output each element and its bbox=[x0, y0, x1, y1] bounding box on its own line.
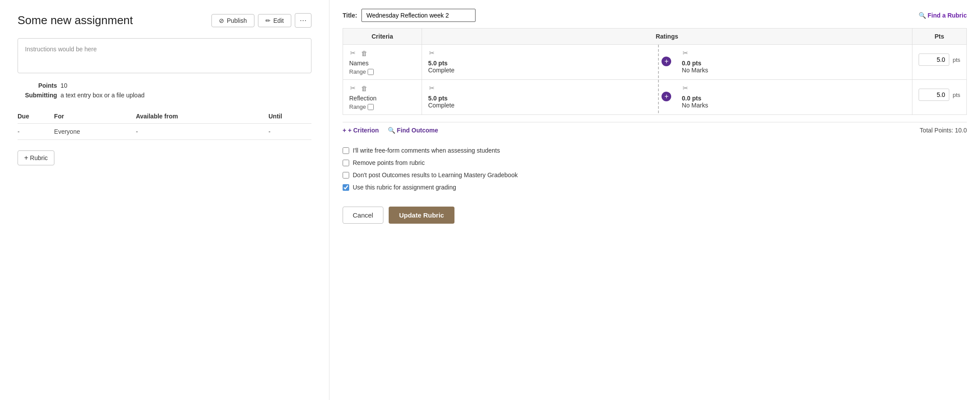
delete-criterion-0[interactable]: 🗑 bbox=[360, 49, 368, 57]
title-label: Title: bbox=[343, 12, 357, 19]
criterion-icons-1: ✂ 🗑 bbox=[349, 84, 415, 92]
publish-button[interactable]: ⊘ Publish bbox=[211, 14, 254, 27]
criterion-cell-1: ✂ 🗑 Reflection Range bbox=[343, 80, 422, 115]
edit-rating2-1[interactable]: ✂ bbox=[682, 84, 689, 92]
option-label-2: Don't post Outcomes results to Learning … bbox=[353, 171, 518, 179]
dates-table: Due For Available from Until - Everyone … bbox=[18, 109, 311, 140]
more-icon: ⋯ bbox=[300, 17, 307, 24]
assignment-header: Some new assignment ⊘ Publish ✏ Edit ⋯ bbox=[18, 13, 311, 28]
option-label-3: Use this rubric for assignment grading bbox=[353, 184, 456, 191]
edit-rating2-0[interactable]: ✂ bbox=[682, 49, 689, 57]
edit-icon: ✏ bbox=[265, 17, 271, 24]
rating2-section-1: ✂ 0.0 pts No Marks bbox=[676, 80, 912, 113]
delete-criterion-1[interactable]: 🗑 bbox=[360, 84, 368, 92]
rating2-pts-1: 0.0 pts bbox=[682, 95, 905, 102]
rubric-title-input[interactable] bbox=[361, 9, 476, 22]
rating1-label-0: Complete bbox=[428, 67, 652, 74]
edit-criterion-1[interactable]: ✂ bbox=[349, 84, 357, 92]
range-checkbox-0[interactable] bbox=[368, 69, 374, 75]
range-row-0: Range bbox=[349, 68, 415, 75]
due-value: - bbox=[18, 124, 54, 140]
add-rating-button-0[interactable]: + bbox=[662, 57, 671, 66]
rating1-icons-0: ✂ bbox=[428, 49, 652, 57]
add-criterion-button[interactable]: + + Criterion bbox=[343, 127, 379, 134]
find-rubric-link[interactable]: 🔍 Find a Rubric bbox=[919, 12, 967, 19]
until-col-header: Until bbox=[268, 109, 311, 124]
add-rating-button-1[interactable]: + bbox=[662, 92, 671, 101]
submitting-label: Submitting bbox=[18, 92, 57, 99]
option-checkbox-1[interactable] bbox=[343, 160, 349, 166]
criteria-col-header: Criteria bbox=[343, 29, 422, 45]
rating1-pts-0: 5.0 pts bbox=[428, 60, 652, 67]
meta-section: Points 10 Submitting a text entry box or… bbox=[18, 82, 311, 99]
criterion-cell-0: ✂ 🗑 Names Range bbox=[343, 45, 422, 80]
edit-criterion-0[interactable]: ✂ bbox=[349, 49, 357, 57]
points-label: Points bbox=[18, 82, 57, 89]
update-rubric-button[interactable]: Update Rubric bbox=[389, 207, 455, 224]
search-icon: 🔍 bbox=[919, 12, 926, 19]
option-row-0: I'll write free-form comments when asses… bbox=[343, 147, 967, 154]
instructions-text: Instructions would be here bbox=[25, 46, 97, 53]
option-checkbox-0[interactable] bbox=[343, 147, 349, 154]
rating2-section-0: ✂ 0.0 pts No Marks bbox=[676, 45, 912, 78]
find-outcome-icon: 🔍 bbox=[388, 127, 395, 134]
rating2-label-1: No Marks bbox=[682, 102, 905, 109]
rating1-label-1: Complete bbox=[428, 102, 652, 109]
total-points: Total Points: 10.0 bbox=[920, 127, 967, 134]
footer-buttons: Cancel Update Rubric bbox=[343, 200, 967, 224]
option-row-3: Use this rubric for assignment grading bbox=[343, 184, 967, 191]
rubric-button-label: Rubric bbox=[30, 154, 47, 161]
for-col-header: For bbox=[54, 109, 136, 124]
available-from-value: - bbox=[136, 124, 268, 140]
edit-rating1-0[interactable]: ✂ bbox=[428, 49, 436, 57]
range-row-1: Range bbox=[349, 104, 415, 110]
ratings-cell-1: ✂ 5.0 pts Complete + ✂ 0.0 pts No Marks bbox=[422, 80, 912, 115]
option-checkbox-3[interactable] bbox=[343, 184, 349, 191]
edit-rating1-1[interactable]: ✂ bbox=[428, 84, 436, 92]
pts-input-0[interactable] bbox=[919, 54, 949, 66]
add-criterion-icon: + bbox=[343, 127, 346, 134]
criterion-icons-0: ✂ 🗑 bbox=[349, 49, 415, 57]
rating2-icons-0: ✂ bbox=[682, 49, 905, 57]
cancel-button[interactable]: Cancel bbox=[343, 207, 383, 224]
assignment-title: Some new assignment bbox=[18, 14, 133, 27]
criterion-row-0: ✂ 🗑 Names Range ✂ 5.0 pts Complete bbox=[343, 45, 967, 80]
rating1-section-0: ✂ 5.0 pts Complete bbox=[422, 45, 659, 78]
options-section: I'll write free-form comments when asses… bbox=[343, 140, 967, 200]
table-row: - Everyone - - bbox=[18, 124, 311, 140]
range-label-0: Range bbox=[349, 68, 366, 75]
option-checkbox-2[interactable] bbox=[343, 172, 349, 179]
criterion-name-0: Names bbox=[349, 60, 415, 67]
rating2-icons-1: ✂ bbox=[682, 84, 905, 92]
option-row-1: Remove points from rubric bbox=[343, 159, 967, 166]
option-row-2: Don't post Outcomes results to Learning … bbox=[343, 171, 967, 179]
until-value: - bbox=[268, 124, 311, 140]
pts-cell-0: pts bbox=[912, 45, 966, 80]
add-rating-wrapper-1: + bbox=[659, 80, 676, 113]
submitting-row: Submitting a text entry box or a file up… bbox=[18, 92, 311, 99]
rating2-pts-0: 0.0 pts bbox=[682, 60, 905, 67]
submitting-value: a text entry box or a file upload bbox=[61, 92, 144, 99]
pts-col-header: Pts bbox=[912, 29, 966, 45]
bottom-actions: + + Criterion 🔍 Find Outcome Total Point… bbox=[343, 122, 967, 140]
option-label-0: I'll write free-form comments when asses… bbox=[353, 147, 500, 154]
pts-unit-1: pts bbox=[953, 92, 960, 98]
more-options-button[interactable]: ⋯ bbox=[295, 13, 311, 28]
edit-button[interactable]: ✏ Edit bbox=[258, 14, 291, 27]
for-value: Everyone bbox=[54, 124, 136, 140]
range-label-1: Range bbox=[349, 104, 366, 110]
points-value: 10 bbox=[61, 82, 68, 89]
rating1-pts-1: 5.0 pts bbox=[428, 95, 652, 102]
rating1-icons-1: ✂ bbox=[428, 84, 652, 92]
rating1-section-1: ✂ 5.0 pts Complete bbox=[422, 80, 659, 113]
available-from-col-header: Available from bbox=[136, 109, 268, 124]
find-outcome-button[interactable]: 🔍 Find Outcome bbox=[388, 127, 438, 134]
rubric-header-row: Title: 🔍 Find a Rubric bbox=[343, 9, 967, 22]
points-row: Points 10 bbox=[18, 82, 311, 89]
ratings-col-header: Ratings bbox=[422, 29, 912, 45]
due-col-header: Due bbox=[18, 109, 54, 124]
range-checkbox-1[interactable] bbox=[368, 104, 374, 110]
rubric-table: Criteria Ratings Pts ✂ 🗑 Names Range bbox=[343, 28, 967, 115]
add-rubric-button[interactable]: + Rubric bbox=[18, 150, 54, 165]
pts-input-1[interactable] bbox=[919, 89, 949, 101]
